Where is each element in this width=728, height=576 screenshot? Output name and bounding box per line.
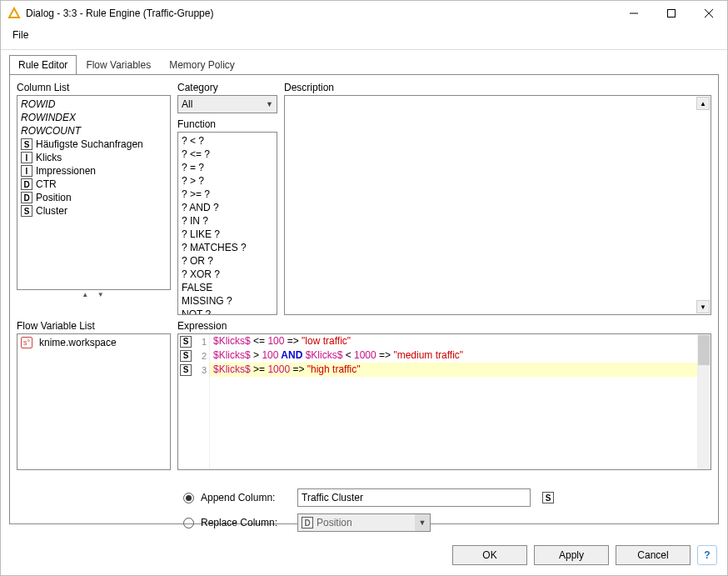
window-controls	[615, 1, 727, 26]
replace-column-label: Replace Column:	[201, 517, 291, 528]
flow-var-listbox[interactable]: s° knime.workspace	[17, 334, 170, 469]
tab-rule-editor[interactable]: Rule Editor	[9, 55, 77, 74]
list-item[interactable]: NOT ?	[178, 308, 277, 314]
column-list-label: Column List	[17, 82, 171, 93]
gutter: S1 S2 S3	[178, 334, 210, 469]
list-item[interactable]: IImpressionen	[17, 164, 170, 178]
list-item[interactable]: ? = ?	[178, 161, 277, 174]
column-listbox[interactable]: ROWID ROWINDEX ROWCOUNT SHäufigste Sucha…	[17, 96, 170, 289]
close-button[interactable]	[690, 1, 727, 26]
tab-flow-variables[interactable]: Flow Variables	[77, 55, 160, 74]
list-item[interactable]: ? XOR ?	[178, 268, 277, 281]
list-item[interactable]: SCluster	[17, 204, 170, 218]
type-badge: S	[542, 492, 554, 503]
cancel-button[interactable]: Cancel	[616, 545, 691, 565]
replace-column-select: D Position ▼	[297, 513, 431, 532]
upper-panels: Column List ROWID ROWINDEX ROWCOUNT SHäu…	[17, 82, 711, 315]
list-item[interactable]: IKlicks	[17, 151, 170, 164]
mid-row: Flow Variable List s° knime.workspace Ex…	[17, 320, 711, 470]
category-label: Category	[177, 82, 277, 93]
apply-button[interactable]: Apply	[534, 545, 609, 565]
function-listbox[interactable]: ? < ? ? <= ? ? = ? ? > ? ? >= ? ? AND ? …	[178, 133, 277, 314]
scrollbar-thumb[interactable]	[698, 335, 710, 365]
append-column-input[interactable]	[297, 488, 531, 507]
menu-file[interactable]: File	[9, 28, 32, 43]
list-item[interactable]: ? MATCHES ?	[178, 241, 277, 254]
list-item[interactable]: ? <= ?	[178, 148, 277, 161]
app-icon	[7, 7, 21, 20]
output-options: Append Column: S Replace Column: D Posit…	[17, 482, 711, 538]
list-item[interactable]: s° knime.workspace	[17, 336, 170, 349]
flow-var-label: Flow Variable List	[17, 320, 171, 332]
type-badge: D	[302, 517, 313, 528]
list-item[interactable]: ? AND ?	[178, 201, 277, 214]
function-panel: ? < ? ? <= ? ? = ? ? > ? ? >= ? ? AND ? …	[177, 132, 277, 315]
tab-memory-policy[interactable]: Memory Policy	[160, 55, 244, 74]
scrollbar[interactable]	[697, 334, 711, 469]
description-label: Description	[284, 82, 711, 93]
list-item[interactable]: ROWINDEX	[17, 111, 170, 124]
svg-rect-1	[667, 10, 675, 18]
list-item[interactable]: ? OR ?	[178, 254, 277, 268]
list-item[interactable]: ? > ?	[178, 174, 277, 188]
flowvar-icon: s°	[21, 337, 32, 348]
flow-var-panel: s° knime.workspace	[17, 333, 171, 470]
type-badge: S	[180, 336, 192, 348]
chevron-down-icon: ▼	[266, 100, 273, 108]
ok-button[interactable]: OK	[452, 545, 527, 565]
titlebar: Dialog - 3:3 - Rule Engine (Traffic-Grup…	[1, 1, 727, 26]
type-badge: D	[21, 178, 32, 190]
menubar: File	[1, 26, 727, 50]
content-panel: Column List ROWID ROWINDEX ROWCOUNT SHäu…	[9, 74, 719, 524]
category-select[interactable]: All▼	[177, 95, 277, 113]
replace-column-radio[interactable]	[183, 518, 194, 528]
list-item[interactable]: DPosition	[17, 191, 170, 204]
window-title: Dialog - 3:3 - Rule Engine (Traffic-Grup…	[26, 8, 615, 19]
button-bar: OK Apply Cancel ?	[452, 545, 717, 565]
tab-row: Rule Editor Flow Variables Memory Policy	[1, 50, 727, 74]
expression-editor[interactable]: S1 S2 S3 $Klicks$ <= 100 => "low traffic…	[177, 333, 711, 470]
help-button[interactable]: ?	[697, 545, 717, 565]
list-item[interactable]: ? IN ?	[178, 214, 277, 228]
chevron-down-icon: ▼	[415, 514, 430, 531]
list-item[interactable]: ? >= ?	[178, 188, 277, 201]
expression-label: Expression	[177, 320, 711, 332]
type-badge: S	[21, 138, 32, 150]
list-item[interactable]: SHäufigste Suchanfragen	[17, 138, 170, 151]
column-list-panel: ROWID ROWINDEX ROWCOUNT SHäufigste Sucha…	[17, 95, 171, 290]
type-badge: S	[21, 205, 32, 217]
splitter[interactable]: ▲ ▼	[17, 290, 171, 298]
append-column-label: Append Column:	[201, 492, 291, 503]
function-label: Function	[177, 118, 277, 130]
type-badge: D	[21, 192, 32, 203]
list-item[interactable]: ? LIKE ?	[178, 228, 277, 241]
list-item[interactable]: FALSE	[178, 281, 277, 294]
type-badge: I	[21, 152, 32, 163]
code-area[interactable]: $Klicks$ <= 100 => "low traffic" $Klicks…	[210, 334, 697, 469]
scroll-down-icon[interactable]: ▼	[696, 300, 710, 313]
type-badge: S	[180, 364, 192, 376]
list-item[interactable]: ? < ?	[178, 134, 277, 148]
minimize-button[interactable]	[615, 1, 652, 26]
scroll-up-icon[interactable]: ▲	[696, 97, 710, 110]
type-badge: I	[21, 165, 32, 177]
list-item[interactable]: ROWCOUNT	[17, 124, 170, 138]
type-badge: S	[180, 350, 192, 362]
list-item[interactable]: ROWID	[17, 98, 170, 111]
append-column-radio[interactable]	[183, 493, 194, 503]
list-item[interactable]: DCTR	[17, 178, 170, 191]
list-item[interactable]: MISSING ?	[178, 294, 277, 308]
description-panel: ▲ ▼	[284, 95, 711, 315]
maximize-button[interactable]	[652, 1, 690, 26]
